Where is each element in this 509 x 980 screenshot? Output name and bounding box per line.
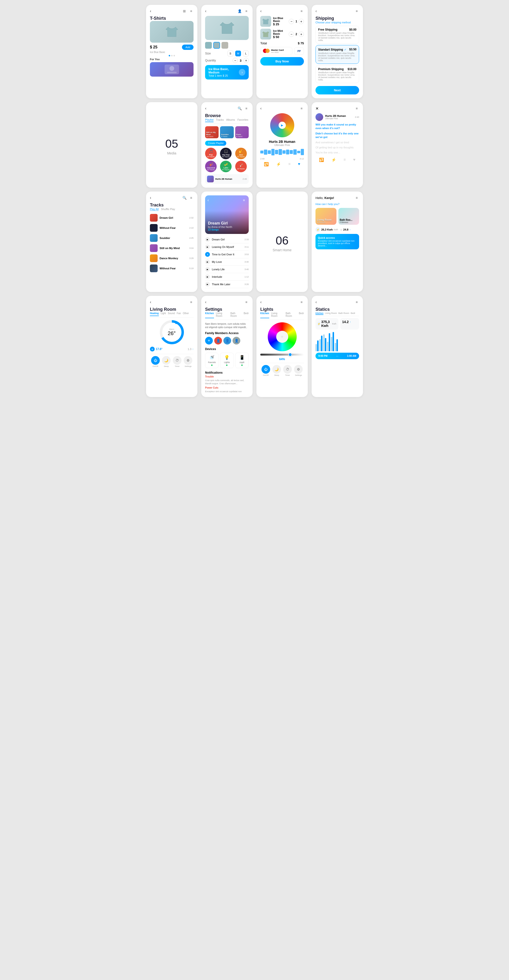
play-button[interactable]: ▶ bbox=[205, 274, 210, 279]
premium-shipping[interactable]: Premium Shipping $10.00 Vestibulum rutru… bbox=[316, 65, 359, 83]
playlist-still[interactable]: Still on My Mind 18 Tracks bbox=[205, 126, 219, 138]
avatar-3[interactable]: 👤 bbox=[233, 337, 240, 345]
tab-living[interactable]: Living Room bbox=[325, 312, 337, 315]
brightness-thumb[interactable] bbox=[288, 353, 292, 356]
menu-icon[interactable]: ≡ bbox=[299, 300, 304, 304]
genre-pop[interactable]: 🎵 Pop 34 Tracks bbox=[205, 148, 217, 159]
track-item[interactable]: Without Fear 2:10 bbox=[150, 223, 193, 233]
ctrl-onoff[interactable]: ⏻ On/Off bbox=[262, 365, 270, 376]
increase-1[interactable]: + bbox=[298, 19, 304, 24]
tab-kitchen[interactable]: Kitchen bbox=[205, 312, 214, 318]
menu-icon[interactable]: ≡ bbox=[189, 300, 193, 304]
ctrl-settings[interactable]: ⚙ Settings bbox=[294, 365, 303, 376]
search-icon[interactable]: 🔍 bbox=[182, 196, 187, 200]
track-item[interactable]: Dance Monkey 3:29 bbox=[150, 253, 193, 263]
avatar-1[interactable]: 👤 bbox=[214, 337, 222, 345]
menu-icon[interactable]: ≡ bbox=[244, 106, 249, 111]
track-item[interactable]: Still on My Mind 3:24 bbox=[150, 243, 193, 253]
living-room-card[interactable]: Living Room 3 Devices bbox=[316, 208, 337, 225]
shuffle-button[interactable]: ⚡ bbox=[276, 162, 281, 167]
list-button[interactable]: ≡ bbox=[288, 162, 290, 167]
back-button[interactable]: ‹ bbox=[316, 300, 317, 304]
swatch-selected[interactable] bbox=[213, 42, 220, 49]
tab-playlist[interactable]: Playlist bbox=[205, 118, 214, 122]
genre-jazz[interactable]: 🎷 Jazz 31 Tracks bbox=[235, 148, 247, 159]
tab-tracks[interactable]: Tracks bbox=[216, 118, 224, 122]
now-playing-bar[interactable]: Hurts 2B Human 2:49 bbox=[205, 174, 249, 184]
dot-3[interactable] bbox=[174, 55, 175, 56]
tab-bath[interactable]: Bath Room bbox=[338, 312, 349, 315]
back-button[interactable]: ‹ bbox=[150, 9, 151, 13]
genre-other[interactable]: 🎸 14 Tracks bbox=[235, 161, 247, 172]
back-button[interactable]: ‹ bbox=[260, 9, 262, 13]
increase-2[interactable]: + bbox=[298, 32, 304, 37]
tab-albums[interactable]: Albums bbox=[226, 118, 235, 122]
back-button[interactable]: ‹ bbox=[316, 9, 317, 13]
list-button[interactable]: ≡ bbox=[343, 158, 346, 162]
track-item[interactable]: Souldier 4:25 bbox=[150, 233, 193, 243]
shuffle-button[interactable]: ⚡ bbox=[331, 158, 336, 162]
heart-button[interactable]: ♥ bbox=[298, 162, 300, 167]
tab-fan[interactable]: Fan bbox=[177, 312, 181, 316]
menu-icon[interactable]: ≡ bbox=[244, 9, 249, 13]
next-button[interactable]: Next bbox=[316, 86, 359, 94]
genre-latin[interactable]: 🎺 Latin 27 Tracks bbox=[220, 161, 231, 172]
device-lights[interactable]: 💡 Lights bbox=[220, 353, 233, 368]
add-to-cart-bar[interactable]: Ice Blue Basic, Medium Total 1 item $ 25… bbox=[205, 65, 249, 80]
play-button-active[interactable]: ⏸ bbox=[205, 252, 210, 257]
tab-play-all[interactable]: Play All bbox=[150, 208, 159, 211]
tab-living[interactable]: Living Room bbox=[271, 312, 284, 318]
cart-arrow-icon[interactable]: › bbox=[239, 69, 245, 76]
ctrl-settings[interactable]: ⚙ Settings bbox=[183, 356, 192, 368]
paypal-option[interactable]: PP bbox=[294, 48, 304, 55]
playlist-souldier[interactable]: Souldier 9 Tracks bbox=[220, 126, 233, 138]
ctrl-sleep[interactable]: 🌙 Sleep bbox=[272, 365, 281, 376]
decrease-qty[interactable]: − bbox=[233, 58, 238, 63]
menu-icon[interactable]: ≡ bbox=[354, 106, 359, 111]
menu-icon[interactable]: ≡ bbox=[241, 198, 246, 203]
song-item[interactable]: ⏸ Time to Get Over It 3:53 bbox=[205, 251, 249, 258]
ctrl-onoff[interactable]: ⏻ On/Off bbox=[151, 356, 160, 368]
time-range-bar[interactable]: 9:00 PM — 1:00 AM bbox=[316, 353, 359, 359]
tab-bedr[interactable]: Bedr bbox=[244, 312, 249, 318]
back-button[interactable]: ‹ bbox=[205, 9, 206, 13]
repeat-button[interactable]: 🔁 bbox=[319, 158, 324, 162]
genre-classical[interactable]: 🎻 Classical 12 Tracks bbox=[205, 161, 217, 172]
decrease-1[interactable]: − bbox=[289, 19, 294, 24]
ctrl-timer[interactable]: ⏱ Timer bbox=[283, 365, 292, 376]
song-item[interactable]: ▶ Leaning On Myself 3:11 bbox=[205, 243, 249, 251]
play-button[interactable]: ▶ bbox=[205, 245, 210, 249]
dot-2[interactable] bbox=[171, 55, 172, 56]
menu-icon[interactable]: ≡ bbox=[354, 196, 359, 200]
color-wheel[interactable]: + bbox=[268, 322, 297, 351]
swatch-grey[interactable] bbox=[222, 42, 228, 49]
back-button[interactable]: ‹ bbox=[205, 300, 206, 304]
device-faucets[interactable]: 🚿 Faucets bbox=[205, 353, 219, 368]
tab-bath[interactable]: Bath Room bbox=[230, 312, 242, 318]
tab-kitchen[interactable]: Kitchen bbox=[316, 312, 324, 315]
play-button[interactable]: ▶ bbox=[205, 267, 210, 272]
tab-light[interactable]: Light bbox=[161, 312, 166, 316]
user-icon[interactable]: 👤 bbox=[237, 9, 242, 13]
add-member-button[interactable]: + bbox=[205, 337, 213, 345]
genre-hiphop[interactable]: 🎧 Hip-Hop 53 Tracks bbox=[220, 148, 231, 159]
tab-heating[interactable]: Heating bbox=[150, 312, 159, 316]
size-s[interactable]: S bbox=[228, 51, 233, 56]
device-appliances[interactable]: 📱 Appli bbox=[235, 353, 249, 368]
track-item[interactable]: Dream Girl 2:32 bbox=[150, 213, 193, 223]
tab-bedr[interactable]: Bedr bbox=[299, 312, 304, 318]
heart-button[interactable]: ♥ bbox=[353, 158, 356, 162]
menu-icon[interactable]: ≡ bbox=[299, 106, 304, 111]
free-shipping[interactable]: Free Shipping $0.00 Vestibulum rutrum qu… bbox=[316, 26, 359, 44]
ctrl-sleep[interactable]: 🌙 Sleep bbox=[162, 356, 171, 368]
dot-1[interactable] bbox=[169, 55, 170, 56]
quick-access-bar[interactable]: Quick access Excepteur sint occaecat cup… bbox=[316, 234, 359, 249]
tab-living[interactable]: Living Room bbox=[216, 312, 228, 318]
buy-now-button[interactable]: Buy Now bbox=[260, 57, 304, 65]
brightness-control[interactable] bbox=[260, 354, 304, 356]
thermostat-control[interactable]: Warm 26° bbox=[160, 320, 184, 344]
menu-icon[interactable]: ≡ bbox=[354, 300, 359, 304]
tab-favorites[interactable]: Favorites bbox=[238, 118, 248, 122]
repeat-button[interactable]: 🔁 bbox=[264, 162, 269, 167]
close-button[interactable]: ✕ bbox=[316, 106, 319, 111]
